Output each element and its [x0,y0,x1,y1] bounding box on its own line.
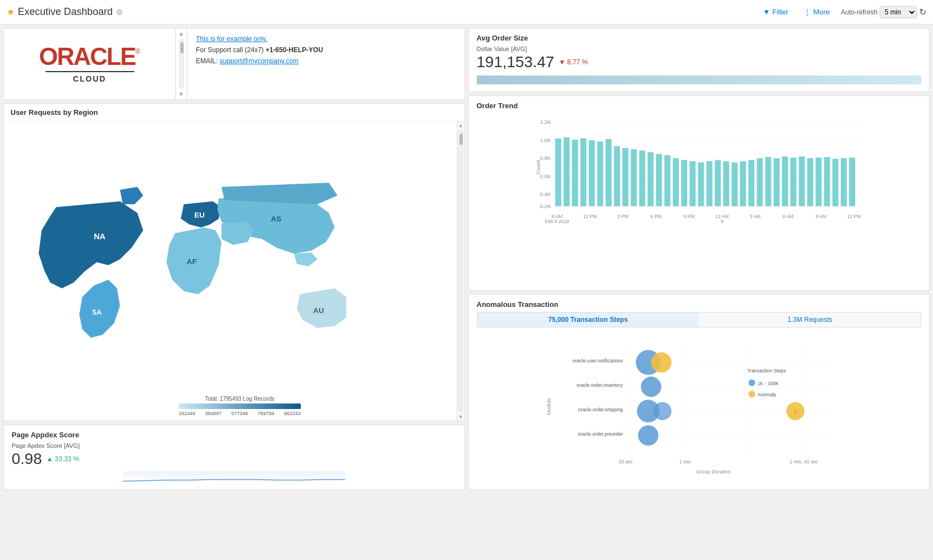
svg-text:1K - 100K: 1K - 100K [757,381,779,386]
oracle-scroll-bar: ▲ ▼ [176,28,187,99]
svg-rect-49 [849,158,855,206]
svg-rect-39 [765,157,771,206]
svg-rect-26 [655,154,662,206]
svg-text:6 AM: 6 AM [782,214,793,219]
tab2-label: 1.3M Requests [788,316,833,324]
svg-rect-30 [689,161,695,206]
oracle-cloud-label: CLOUD [73,74,107,83]
auto-refresh-control: Auto-refresh 5 min 1 min 10 min Off ↻ [841,6,926,18]
filter-button[interactable]: ▼ Filter [759,6,793,18]
gear-icon[interactable]: ⚙ [116,8,123,17]
avg-order-card: Avg Order Size Dollar Value [AVG] 191,15… [468,28,930,92]
bubble-preorder-blue [638,425,658,446]
map-scroll-up[interactable]: ▲ [458,123,463,128]
legend-val-3: 577346 [231,411,248,416]
map-scroll-down[interactable]: ▼ [458,414,463,420]
svg-point-80 [748,380,755,386]
svg-rect-27 [664,155,670,206]
map-card: User Requests by Region NA SA [3,103,465,421]
anomalous-bubble-chart: oracle.user.notifications oracle.order.i… [477,333,922,477]
svg-rect-22 [622,148,628,206]
right-column: Avg Order Size Dollar Value [AVG] 191,15… [468,28,930,490]
map-container: NA SA EU AF AS [4,122,465,421]
scroll-track [179,39,184,89]
oracle-divider-line [46,71,134,72]
svg-rect-46 [824,157,830,206]
avg-order-value: 191,153.47 ▼ 8.77 % [477,53,922,71]
bubble-notifications-yellow [651,352,672,373]
svg-text:Module: Module [546,398,551,415]
svg-rect-45 [815,158,821,206]
oracle-info-section: This is for example only. For Support ca… [187,28,465,99]
support-phone: +1-650-HELP-YOU [265,46,323,54]
example-link[interactable]: This is for example only. [196,35,456,43]
svg-rect-17 [580,138,586,206]
world-map-svg: NA SA EU AF AS [4,122,457,421]
map-scroll-track [458,130,463,412]
avg-order-number: 191,153.47 [477,53,554,71]
map-scrollbar: ▲ ▼ [457,122,465,421]
anomalous-title: Anomalous Transaction [477,300,922,309]
autorefresh-select[interactable]: 5 min 1 min 10 min Off [880,6,917,18]
anomalous-card: Anomalous Transaction 75,000 Transaction… [468,294,930,490]
svg-text:1 min: 1 min [679,459,690,465]
svg-text:Count: Count [535,160,541,174]
oracle-reg-symbol: ® [135,48,140,56]
appdex-sparkline [12,471,457,482]
appdex-title: Page Appdex Score [12,431,457,439]
svg-text:0.6K: 0.6K [539,173,551,179]
bubble-shipping-blue2 [653,402,672,421]
af-label: AF [186,258,196,266]
email-address[interactable]: support@mycompany.com [220,57,299,65]
legend-val-5: 962243 [284,411,301,416]
appdex-card: Page Appdex Score Page Apdex Score [AVG]… [3,425,465,490]
svg-rect-31 [698,163,704,206]
svg-text:12 PM: 12 PM [847,214,861,219]
main-layout: ORACLE ® CLOUD ▲ ▼ This is for example o… [0,24,933,560]
legend-gradient-bar [179,403,301,409]
north-america-region [39,201,143,289]
svg-rect-25 [647,152,653,206]
svg-rect-40 [773,158,779,206]
svg-text:1.2K: 1.2K [539,119,551,125]
scroll-down-icon[interactable]: ▼ [179,91,184,97]
tab1-label: 75,000 Transaction Steps [548,316,628,324]
refresh-icon[interactable]: ↻ [919,7,926,17]
requests-tab[interactable]: 1.3M Requests [699,312,921,327]
svg-text:0.4K: 0.4K [539,191,551,197]
autorefresh-label: Auto-refresh [841,8,877,16]
page-title: Executive Dashboard [18,6,113,18]
legend-val-4: 769794 [258,411,274,416]
svg-text:oracle.order.preorder: oracle.order.preorder [578,431,623,437]
legend-labels: 192449 384897 577346 769794 962243 [179,411,301,416]
header-right: ▼ Filter ⋮ More Auto-refresh 5 min 1 min… [759,6,926,18]
svg-text:oracle.user.notifications: oracle.user.notifications [572,358,623,364]
svg-text:0.2K: 0.2K [539,203,551,209]
scroll-thumb [180,42,184,53]
na-label: NA [94,232,106,241]
avg-order-metric-label: Dollar Value [AVG] [477,46,922,52]
scroll-up-icon[interactable]: ▲ [179,31,184,37]
svg-text:oracle.order.inventory: oracle.order.inventory [576,382,623,388]
avg-order-change: ▼ 8.77 % [559,58,588,66]
svg-text:12 PM: 12 PM [583,214,597,219]
transaction-steps-tab[interactable]: 75,000 Transaction Steps [477,312,699,327]
left-column: ORACLE ® CLOUD ▲ ▼ This is for example o… [3,28,465,490]
avg-order-bar-container [477,75,922,86]
avg-order-bar [477,75,922,84]
svg-rect-48 [840,158,846,206]
svg-rect-42 [790,158,796,206]
svg-text:1 min, 40 sec: 1 min, 40 sec [789,459,818,465]
oracle-logo-section: ORACLE ® CLOUD [4,28,176,99]
order-trend-card: Order Trend 1.2K 1.0K 0.8K 0.6K 0.4K 0.2… [468,95,930,291]
svg-rect-43 [799,157,805,206]
svg-rect-20 [606,139,612,206]
svg-text:9: 9 [720,219,723,224]
support-text: For Support call (24x7) +1-650-HELP-YOU [196,46,456,54]
appdex-change: ▲ 33.33 % [47,455,79,463]
svg-rect-28 [673,158,679,206]
svg-rect-16 [572,140,578,206]
more-button[interactable]: ⋮ More [799,6,834,18]
filter-icon: ▼ [763,8,770,16]
svg-rect-24 [639,150,645,206]
